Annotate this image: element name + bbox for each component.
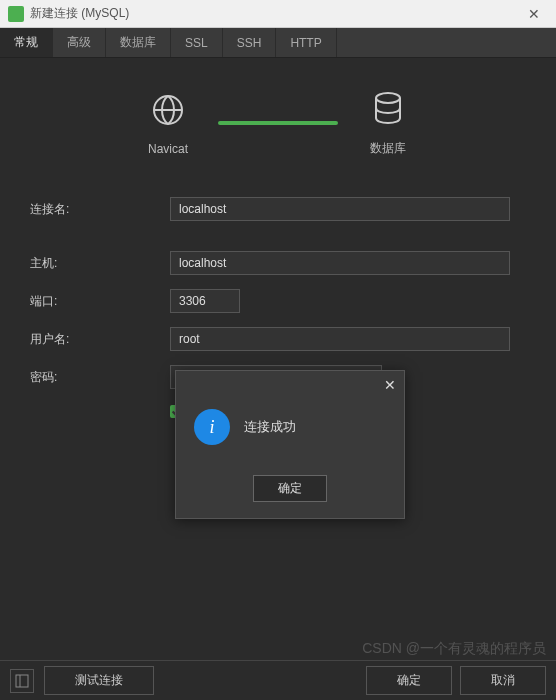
- host-input[interactable]: [170, 251, 510, 275]
- close-icon[interactable]: ✕: [520, 6, 548, 22]
- footer: 测试连接 确定 取消: [0, 660, 556, 700]
- database-node: 数据库: [368, 88, 408, 157]
- svg-rect-2: [16, 675, 28, 687]
- cancel-button[interactable]: 取消: [460, 666, 546, 695]
- app-icon: [8, 6, 24, 22]
- database-label: 数据库: [370, 140, 406, 157]
- port-label: 端口:: [30, 293, 170, 310]
- navicat-label: Navicat: [148, 142, 188, 156]
- tab-ssl[interactable]: SSL: [171, 28, 223, 57]
- info-icon: i: [194, 409, 230, 445]
- user-input[interactable]: [170, 327, 510, 351]
- user-label: 用户名:: [30, 331, 170, 348]
- window-title: 新建连接 (MySQL): [30, 5, 520, 22]
- watermark: CSDN @一个有灵魂的程序员: [362, 640, 546, 658]
- popup-message: 连接成功: [244, 418, 296, 436]
- tab-advanced[interactable]: 高级: [53, 28, 106, 57]
- connection-diagram: Navicat 数据库: [20, 88, 536, 157]
- tab-ssh[interactable]: SSH: [223, 28, 277, 57]
- navicat-node: Navicat: [148, 90, 188, 156]
- conn-name-label: 连接名:: [30, 201, 170, 218]
- svg-point-1: [376, 93, 400, 103]
- tab-http[interactable]: HTTP: [276, 28, 336, 57]
- footer-panel-icon[interactable]: [10, 669, 34, 693]
- titlebar: 新建连接 (MySQL) ✕: [0, 0, 556, 28]
- conn-name-input[interactable]: [170, 197, 510, 221]
- test-connection-button[interactable]: 测试连接: [44, 666, 154, 695]
- ok-button[interactable]: 确定: [366, 666, 452, 695]
- password-label: 密码:: [30, 369, 170, 386]
- connector-line: [218, 121, 338, 125]
- tab-bar: 常规 高级 数据库 SSL SSH HTTP: [0, 28, 556, 58]
- navicat-icon: [148, 90, 188, 134]
- port-input[interactable]: [170, 289, 240, 313]
- database-icon: [368, 88, 408, 132]
- popup-close-icon[interactable]: ✕: [384, 377, 396, 393]
- tab-general[interactable]: 常规: [0, 28, 53, 57]
- host-label: 主机:: [30, 255, 170, 272]
- message-popup: ✕ i 连接成功 确定: [175, 370, 405, 519]
- tab-database[interactable]: 数据库: [106, 28, 171, 57]
- popup-ok-button[interactable]: 确定: [253, 475, 327, 502]
